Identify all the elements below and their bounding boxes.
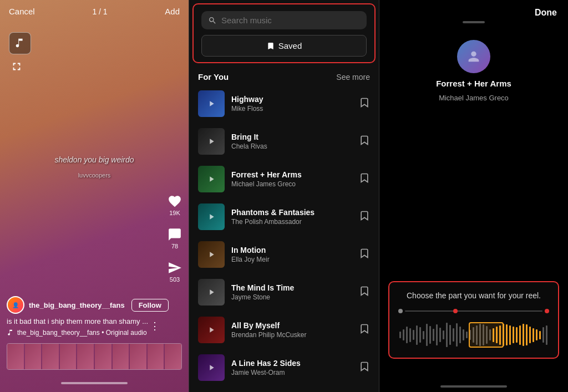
bookmark-button[interactable] — [359, 135, 370, 149]
bookmark-button[interactable] — [359, 97, 370, 111]
song-item-1[interactable]: Bring It Chela Rivas — [189, 123, 379, 160]
song-thumbnail — [198, 241, 225, 268]
music-note-icon — [14, 37, 26, 49]
bookmark-outline-icon — [359, 248, 370, 259]
follow-button[interactable]: Follow — [131, 299, 169, 312]
share-button[interactable]: 503 — [168, 261, 182, 283]
waveform-bar-30 — [499, 325, 501, 345]
song-thumbnail — [198, 203, 225, 230]
cancel-button[interactable]: Cancel — [9, 7, 35, 16]
song-item-4[interactable]: In Motion Ella Joy Meir — [189, 236, 379, 273]
filmstrip-frame — [42, 344, 59, 369]
waveform[interactable] — [398, 321, 549, 349]
song-list: Highway Mike Floss Bring It Chela Rivas — [189, 85, 379, 392]
add-button[interactable]: Add — [165, 7, 180, 16]
waveform-bar-18 — [459, 327, 461, 343]
bookmark-button[interactable] — [359, 323, 370, 337]
song-info: A Line Has 2 Sides Jamie West-Oram — [231, 359, 352, 376]
play-overlay — [198, 354, 225, 381]
waveform-bar-9 — [429, 326, 431, 344]
done-button[interactable]: Done — [535, 8, 557, 18]
play-icon — [207, 250, 216, 259]
progress-thumb[interactable] — [453, 309, 458, 313]
more-options-button[interactable]: ⋮ — [150, 320, 160, 332]
bookmark-button[interactable] — [359, 286, 370, 299]
share-count: 503 — [170, 276, 180, 283]
progress-line[interactable] — [405, 310, 542, 312]
song-title: Phantoms & Fantasies — [231, 208, 352, 217]
song-item-3[interactable]: Phantoms & Fantasies The Polish Ambassad… — [189, 198, 379, 236]
song-thumbnail — [198, 166, 225, 192]
song-thumbnail — [198, 354, 225, 381]
like-count: 19K — [169, 210, 180, 216]
waveform-bar-34 — [513, 327, 514, 343]
bookmark-outline-icon — [359, 172, 370, 184]
song-artist: Brendan Philip McCusker — [231, 331, 352, 339]
song-item-7[interactable]: A Line Has 2 Sides Jamie West-Oram — [189, 349, 379, 386]
expand-icon — [11, 60, 23, 73]
filmstrip — [7, 343, 182, 370]
share-icon — [168, 261, 182, 275]
right-panel: Done Forrest + Her Arms Michael James Gr… — [379, 0, 568, 392]
waveform-bar-27 — [489, 329, 491, 340]
waveform-bar-33 — [509, 325, 511, 345]
progress-row — [398, 309, 549, 313]
waveform-bar-22 — [473, 327, 474, 343]
waveform-bar-13 — [443, 330, 444, 339]
caption: is it bad that i ship them more than sha… — [7, 317, 161, 325]
bottom-pill-right — [440, 385, 507, 388]
song-info: Bring It Chela Rivas — [231, 133, 352, 150]
see-more-button[interactable]: See more — [336, 73, 370, 82]
play-overlay — [198, 128, 225, 155]
slide-counter: 1 / 1 — [92, 7, 107, 16]
waveform-bar-29 — [496, 327, 498, 343]
play-icon — [207, 137, 216, 146]
bookmark-button[interactable] — [359, 210, 370, 224]
song-title: In Motion — [231, 246, 352, 254]
song-item-5[interactable]: The Mind Is Time Jayme Stone — [189, 273, 379, 311]
song-info: In Motion Ella Joy Meir — [231, 246, 352, 263]
waveform-bar-42 — [539, 331, 541, 339]
like-button[interactable]: 19K — [168, 194, 182, 216]
waveform-bar-6 — [419, 327, 421, 343]
search-input[interactable] — [221, 16, 360, 25]
bookmark-button[interactable] — [359, 172, 370, 186]
song-thumbnail — [198, 279, 225, 306]
bottom-info: 👤 the_big_bang_theory__fans Follow is it… — [7, 296, 161, 337]
song-info: Forrest + Her Arms Michael James Greco — [231, 170, 352, 188]
waveform-bar-3 — [409, 328, 411, 342]
bookmark-button[interactable] — [359, 248, 370, 262]
filmstrip-frame — [25, 344, 42, 369]
waveform-bar-32 — [506, 324, 508, 345]
waveform-bar-28 — [493, 328, 494, 342]
waveform-bar-17 — [456, 323, 458, 347]
waveform-bar-8 — [426, 324, 428, 346]
song-item-6[interactable]: All By Myself Brendan Philip McCusker — [189, 311, 379, 349]
search-icon — [208, 16, 217, 25]
song-artist: Chela Rivas — [231, 142, 352, 150]
search-input-wrap — [201, 11, 367, 29]
song-item-2[interactable]: Forrest + Her Arms Michael James Greco — [189, 160, 379, 198]
saved-button[interactable]: Saved — [201, 35, 367, 57]
waveform-bar-5 — [416, 325, 418, 345]
song-item-8[interactable]: Pickin' Lickin' (feat. Ramón Stagnaro) K… — [189, 386, 379, 392]
search-area: Saved — [192, 3, 376, 63]
song-item-0[interactable]: Highway Mike Floss — [189, 85, 379, 123]
play-icon — [207, 175, 216, 184]
song-artist: Ella Joy Meir — [231, 256, 352, 263]
expand-icon-button[interactable] — [9, 59, 24, 74]
right-action-icons: 19K 78 503 — [168, 194, 182, 283]
play-overlay — [198, 317, 225, 343]
song-title: The Mind Is Time — [231, 283, 352, 292]
song-info: The Mind Is Time Jayme Stone — [231, 283, 352, 301]
saved-label: Saved — [278, 41, 302, 50]
comment-button[interactable]: 78 — [168, 227, 182, 250]
bottom-pill — [61, 382, 128, 384]
bookmark-button[interactable] — [359, 361, 370, 375]
now-playing-artist: Michael James Greco — [439, 94, 509, 102]
waveform-bar-36 — [519, 325, 521, 345]
play-icon — [207, 325, 216, 334]
waveform-bar-12 — [439, 328, 441, 342]
music-icon-button[interactable] — [9, 32, 31, 54]
play-overlay — [198, 90, 225, 117]
